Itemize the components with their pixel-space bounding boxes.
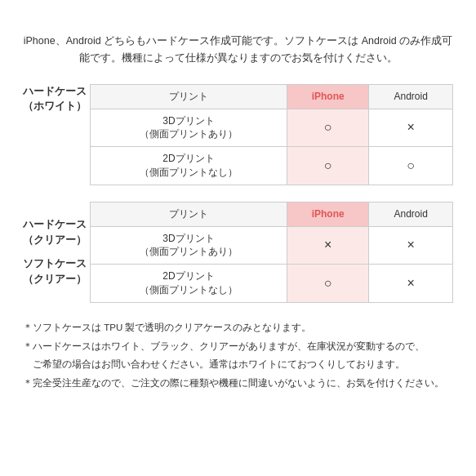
table1-inner: プリント iPhone Android 3Dプリント（側面プリントあり） ○ × xyxy=(90,84,453,185)
table1-row1-print: 3Dプリント（側面プリントあり） xyxy=(91,109,287,147)
table2-header-iphone: iPhone xyxy=(287,202,369,226)
table2-header-print: プリント xyxy=(91,202,287,226)
table2-row2-print: 2Dプリント（側面プリントなし） xyxy=(91,265,287,303)
table1-section-label: ハードケース（ホワイト） xyxy=(23,84,90,185)
table1-row2: 2Dプリント（側面プリントなし） ○ ○ xyxy=(91,147,453,185)
note1: ＊ソフトケースは TPU 製で透明のクリアケースのみとなります。 xyxy=(23,319,453,336)
subtitle-text: iPhone、Android どちらもハードケース作成可能です。ソフトケースは … xyxy=(23,33,453,68)
table1-row1-iphone: ○ xyxy=(287,109,369,147)
table1-row2-iphone: ○ xyxy=(287,147,369,185)
table1-outer: ハードケース（ホワイト） プリント iPhone Android xyxy=(23,84,453,185)
notes-section: ＊ソフトケースは TPU 製で透明のクリアケースのみとなります。 ＊ハードケース… xyxy=(23,319,453,392)
table2-section: ハードケース（クリアー） ソフトケース（クリアー） プリント iPhone An… xyxy=(23,202,453,303)
table2-row2-android: × xyxy=(369,265,453,303)
table2-inner: プリント iPhone Android 3Dプリント（側面プリントあり） × × xyxy=(90,202,453,303)
table2-row1-print: 3Dプリント（側面プリントあり） xyxy=(91,226,287,265)
table2-row1-iphone: × xyxy=(287,226,369,265)
table1-row1-android: × xyxy=(369,109,453,147)
table1-header-android: Android xyxy=(369,84,453,109)
table1-section: ハードケース（ホワイト） プリント iPhone Android xyxy=(23,84,453,185)
table2-row2: 2Dプリント（側面プリントなし） ○ × xyxy=(91,265,453,303)
note3: ＊完全受注生産なので、ご注文の際に種類や機種に間違いがないように、お気を付けくだ… xyxy=(23,375,453,392)
table1-row1: 3Dプリント（側面プリントあり） ○ × xyxy=(91,109,453,147)
table1-row2-android: ○ xyxy=(369,147,453,185)
table1-header-print: プリント xyxy=(91,84,287,109)
table1-row2-print: 2Dプリント（側面プリントなし） xyxy=(91,147,287,185)
table2-section-labels: ハードケース（クリアー） ソフトケース（クリアー） xyxy=(23,202,90,303)
table2-label2: ソフトケース（クリアー） xyxy=(23,256,87,287)
note2: ＊ハードケースはホワイト、ブラック、クリアーがありますが、在庫状況が変動するので… xyxy=(23,338,453,355)
table1-header-iphone: iPhone xyxy=(287,84,369,109)
table2-header-android: Android xyxy=(369,202,453,226)
table2-header-row: プリント iPhone Android xyxy=(91,202,453,226)
table2-row1: 3Dプリント（側面プリントあり） × × xyxy=(91,226,453,265)
table2-inner-container: プリント iPhone Android 3Dプリント（側面プリントあり） × × xyxy=(90,202,453,303)
table1-header-row: プリント iPhone Android xyxy=(91,84,453,109)
table2-label1: ハードケース（クリアー） xyxy=(23,217,87,248)
table2-row2-iphone: ○ xyxy=(287,265,369,303)
table2-outer: ハードケース（クリアー） ソフトケース（クリアー） プリント iPhone An… xyxy=(23,202,453,303)
table1-inner-container: プリント iPhone Android 3Dプリント（側面プリントあり） ○ × xyxy=(90,84,453,185)
note2-cont: ご希望の場合はお問い合わせください。通常はホワイトにておつくりしております。 xyxy=(23,356,453,373)
table2-row1-android: × xyxy=(369,226,453,265)
